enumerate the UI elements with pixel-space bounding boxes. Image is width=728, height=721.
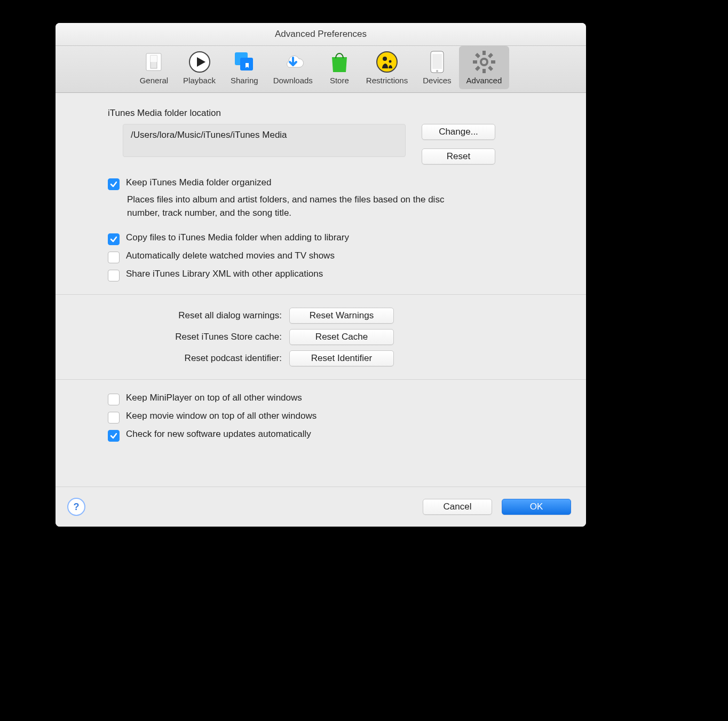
svg-point-8 [383, 57, 387, 61]
toolbar: General Playback Sharing Downloads Store [56, 46, 586, 93]
reset-cache-label: Reset iTunes Store cache: [106, 332, 282, 342]
tab-label: Sharing [231, 76, 258, 85]
play-icon [188, 50, 211, 74]
media-folder-heading: iTunes Media folder location [108, 108, 536, 119]
check-updates-label: Check for new software updates automatic… [126, 429, 311, 440]
svg-point-9 [389, 60, 392, 63]
miniplayer-top-label: Keep MiniPlayer on top of all other wind… [126, 393, 302, 403]
switch-icon [142, 50, 165, 74]
tab-sharing[interactable]: Sharing [223, 46, 266, 89]
svg-rect-21 [488, 66, 493, 71]
footer: ? Cancel OK [56, 487, 586, 527]
svg-rect-17 [491, 60, 495, 64]
parental-icon [375, 50, 399, 74]
tab-restrictions[interactable]: Restrictions [359, 46, 415, 89]
download-icon [281, 50, 305, 74]
copy-files-checkbox[interactable] [108, 233, 120, 245]
movie-top-label: Keep movie window on top of all other wi… [126, 411, 316, 421]
check-updates-checkbox[interactable] [108, 430, 120, 442]
reset-cache-button[interactable]: Reset Cache [289, 329, 394, 345]
content-pane: iTunes Media folder location /Users/lora… [56, 93, 586, 442]
share-xml-label: Share iTunes Library XML with other appl… [126, 269, 323, 279]
keep-organized-description: Places files into album and artist folde… [127, 193, 472, 220]
reset-identifier-button[interactable]: Reset Identifier [289, 350, 394, 366]
shopping-bag-icon [328, 50, 351, 74]
window-title: Advanced Preferences [56, 23, 586, 46]
svg-point-12 [436, 70, 438, 72]
svg-rect-19 [475, 66, 480, 71]
copy-files-label: Copy files to iTunes Media folder when a… [126, 232, 349, 243]
auto-delete-label: Automatically delete watched movies and … [126, 250, 335, 261]
auto-delete-checkbox[interactable] [108, 252, 120, 263]
svg-point-22 [482, 60, 486, 64]
media-folder-path: /Users/lora/Music/iTunes/iTunes Media [123, 124, 406, 157]
gear-icon [472, 50, 496, 74]
movie-top-checkbox[interactable] [108, 412, 120, 424]
svg-rect-2 [151, 56, 157, 62]
tab-store[interactable]: Store [320, 46, 359, 89]
keep-organized-label: Keep iTunes Media folder organized [126, 177, 271, 188]
tab-devices[interactable]: Devices [415, 46, 458, 89]
tab-label: Store [330, 76, 349, 85]
cancel-button[interactable]: Cancel [423, 499, 492, 515]
svg-rect-11 [432, 54, 442, 69]
svg-rect-20 [475, 53, 480, 58]
tab-label: General [140, 76, 168, 85]
share-xml-checkbox[interactable] [108, 270, 120, 281]
miniplayer-top-checkbox[interactable] [108, 394, 120, 405]
svg-rect-18 [488, 53, 493, 58]
device-icon [425, 50, 449, 74]
tab-label: Downloads [273, 76, 313, 85]
reset-button[interactable]: Reset [422, 148, 495, 164]
reset-warnings-button[interactable]: Reset Warnings [289, 308, 394, 324]
reset-warnings-label: Reset all dialog warnings: [106, 310, 282, 321]
sharing-icon [233, 50, 256, 74]
svg-rect-15 [482, 69, 486, 73]
divider [56, 294, 586, 295]
svg-point-7 [377, 52, 397, 72]
tab-playback[interactable]: Playback [176, 46, 223, 89]
tab-label: Restrictions [366, 76, 408, 85]
tab-general[interactable]: General [132, 46, 176, 89]
svg-rect-16 [473, 60, 477, 64]
divider [56, 379, 586, 380]
change-button[interactable]: Change... [422, 124, 495, 140]
tab-label: Advanced [466, 76, 502, 85]
reset-identifier-label: Reset podcast identifier: [106, 353, 282, 364]
preferences-window: Advanced Preferences General Playback Sh… [56, 23, 586, 527]
tab-advanced[interactable]: Advanced [459, 46, 510, 89]
tab-label: Playback [183, 76, 216, 85]
ok-button[interactable]: OK [502, 499, 571, 515]
help-button[interactable]: ? [67, 498, 85, 516]
svg-rect-14 [482, 51, 486, 55]
tab-label: Devices [423, 76, 451, 85]
tab-downloads[interactable]: Downloads [266, 46, 320, 89]
keep-organized-checkbox[interactable] [108, 178, 120, 190]
